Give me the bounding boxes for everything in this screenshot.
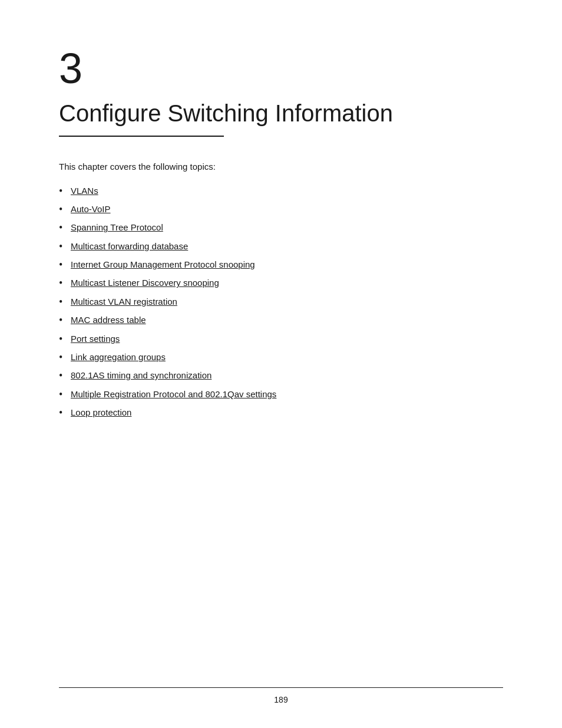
list-item: •Spanning Tree Protocol [59,221,503,235]
topic-link-9[interactable]: Link aggregation groups [71,351,166,364]
bullet-icon: • [59,369,71,383]
bullet-icon: • [59,388,71,401]
bullet-icon: • [59,314,71,327]
bullet-icon: • [59,351,71,364]
topic-link-3[interactable]: Multicast forwarding database [71,240,188,253]
intro-text: This chapter covers the following topics… [59,160,503,174]
bullet-icon: • [59,203,71,216]
topic-link-12[interactable]: Loop protection [71,406,131,420]
bullet-icon: • [59,276,71,290]
page-number: 189 [274,695,287,704]
page-footer: 189 [59,687,503,704]
topics-list: •VLANs•Auto-VoIP•Spanning Tree Protocol•… [59,185,503,425]
page-container: 3 Configure Switching Information This c… [0,0,562,728]
topic-link-5[interactable]: Multicast Listener Discovery snooping [71,276,219,290]
title-divider [59,136,224,137]
list-item: •Multicast forwarding database [59,240,503,253]
footer-divider [59,687,503,688]
chapter-number: 3 [59,47,503,90]
list-item: •802.1AS timing and synchronization [59,369,503,383]
topic-link-10[interactable]: 802.1AS timing and synchronization [71,369,211,383]
topic-link-2[interactable]: Spanning Tree Protocol [71,221,163,235]
list-item: •Multiple Registration Protocol and 802.… [59,388,503,401]
list-item: •Link aggregation groups [59,351,503,364]
chapter-title: Configure Switching Information [59,99,503,127]
list-item: •Auto-VoIP [59,203,503,216]
bullet-icon: • [59,295,71,309]
list-item: •VLANs [59,185,503,198]
bullet-icon: • [59,406,71,420]
list-item: •Loop protection [59,406,503,420]
topic-link-11[interactable]: Multiple Registration Protocol and 802.1… [71,388,276,401]
list-item: •Internet Group Management Protocol snoo… [59,258,503,272]
topic-link-6[interactable]: Multicast VLAN registration [71,295,177,309]
list-item: •Multicast Listener Discovery snooping [59,276,503,290]
topic-link-4[interactable]: Internet Group Management Protocol snoop… [71,258,255,272]
bullet-icon: • [59,221,71,235]
bullet-icon: • [59,258,71,272]
topic-link-0[interactable]: VLANs [71,185,98,198]
topic-link-8[interactable]: Port settings [71,332,120,346]
list-item: •Multicast VLAN registration [59,295,503,309]
topic-link-1[interactable]: Auto-VoIP [71,203,111,216]
bullet-icon: • [59,332,71,346]
bullet-icon: • [59,185,71,198]
bullet-icon: • [59,240,71,253]
list-item: •Port settings [59,332,503,346]
list-item: •MAC address table [59,314,503,327]
topic-link-7[interactable]: MAC address table [71,314,146,327]
